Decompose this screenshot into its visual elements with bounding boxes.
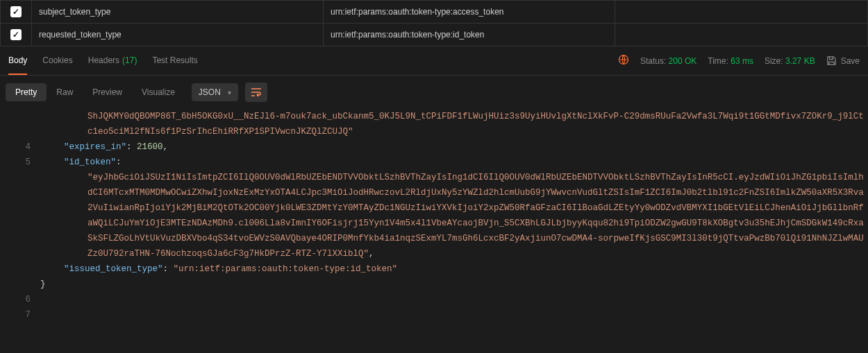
chevron-down-icon: ▾ bbox=[228, 89, 231, 96]
tab-cookies[interactable]: Cookies bbox=[42, 46, 72, 75]
headers-count: (17) bbox=[122, 55, 137, 65]
size-value: 3.27 KB bbox=[785, 56, 815, 66]
size-label: Size: bbox=[765, 56, 783, 66]
response-tabs-row: Body Cookies Headers (17) Test Results S… bbox=[0, 46, 868, 76]
status-value: 200 OK bbox=[669, 56, 697, 66]
network-icon[interactable] bbox=[618, 54, 629, 67]
status-label: Status: bbox=[640, 56, 666, 66]
line-gutter: 4 5 6 7 bbox=[0, 109, 40, 322]
response-toolbar: Pretty Raw Preview Visualize JSON ▾ bbox=[0, 76, 868, 109]
id-token-value: "eyJhbGciOiJSUzI1NiIsImtpZCI6IlQ0OUV0dWl… bbox=[40, 170, 868, 261]
preview-button[interactable]: Preview bbox=[83, 83, 132, 101]
tab-test-results[interactable]: Test Results bbox=[152, 46, 197, 75]
table-row: ✓ subject_token_type urn:ietf:params:oau… bbox=[1, 1, 868, 24]
time-label: Time: bbox=[708, 56, 728, 66]
save-icon bbox=[826, 55, 837, 66]
token-fragment: ShJQKMY0dQBOMP86T_6bH5OKG0xU__NzEJl6-m7o… bbox=[40, 109, 868, 139]
pretty-button[interactable]: Pretty bbox=[6, 83, 47, 101]
time-value: 63 ms bbox=[731, 56, 753, 66]
save-label: Save bbox=[841, 56, 860, 66]
wrap-icon bbox=[251, 87, 262, 97]
format-value: JSON bbox=[199, 87, 221, 97]
response-body[interactable]: 4 5 6 7 ShJQKMY0dQBOMP86T_6bH5OKG0xU__Nz… bbox=[0, 109, 868, 322]
tab-headers[interactable]: Headers (17) bbox=[88, 46, 137, 75]
format-dropdown[interactable]: JSON ▾ bbox=[192, 83, 238, 101]
wrap-lines-button[interactable] bbox=[245, 83, 267, 102]
param-value[interactable]: urn:ietf:params:oauth:token-type:id_toke… bbox=[324, 24, 615, 46]
table-row: ✓ requested_token_type urn:ietf:params:o… bbox=[1, 24, 868, 46]
visualize-button[interactable]: Visualize bbox=[132, 83, 185, 101]
code-content: ShJQKMY0dQBOMP86T_6bH5OKG0xU__NzEJl6-m7o… bbox=[40, 109, 868, 322]
save-response-button[interactable]: Save bbox=[826, 55, 860, 66]
param-desc[interactable] bbox=[615, 24, 868, 46]
param-desc[interactable] bbox=[615, 1, 868, 24]
checkbox[interactable]: ✓ bbox=[10, 6, 22, 17]
param-value[interactable]: urn:ietf:params:oauth:token-type:access_… bbox=[324, 1, 615, 24]
param-key[interactable]: requested_token_type bbox=[32, 24, 324, 46]
param-key[interactable]: subject_token_type bbox=[32, 1, 324, 24]
params-table: ✓ subject_token_type urn:ietf:params:oau… bbox=[0, 0, 868, 46]
tab-body[interactable]: Body bbox=[8, 46, 27, 75]
tab-headers-label: Headers bbox=[88, 55, 119, 65]
checkbox[interactable]: ✓ bbox=[10, 29, 22, 40]
view-mode-group: Pretty Raw Preview Visualize bbox=[6, 83, 185, 101]
raw-button[interactable]: Raw bbox=[47, 83, 83, 101]
